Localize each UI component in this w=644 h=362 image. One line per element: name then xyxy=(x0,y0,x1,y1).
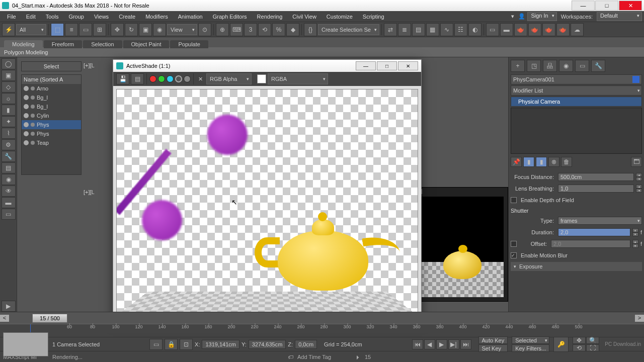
ribbon-tab-freeform[interactable]: Freeform xyxy=(44,40,83,48)
remove-modifier-icon[interactable]: ⊗ xyxy=(548,157,559,167)
motion-icon[interactable]: ◉ xyxy=(2,174,16,185)
menu-customize[interactable]: Customize xyxy=(321,13,358,21)
lens-breathing-input[interactable]: 1,0 xyxy=(558,185,634,193)
ribbon-tab-modeling[interactable]: Modeling xyxy=(4,40,43,48)
freeze-icon[interactable] xyxy=(31,105,35,109)
motion-blur-checkbox[interactable] xyxy=(511,252,517,258)
goto-start-icon[interactable]: ⏮ xyxy=(412,339,423,349)
select-region-rect-button[interactable]: ▭ xyxy=(79,23,92,36)
rw-red-channel[interactable] xyxy=(149,75,156,82)
visibility-icon[interactable] xyxy=(24,86,29,91)
duration-spin-down[interactable]: ▾ xyxy=(632,232,638,236)
rotate-button[interactable]: ↻ xyxy=(125,23,138,36)
cp-motion-tab[interactable]: ◉ xyxy=(559,60,573,72)
exposure-rollout[interactable]: Exposure xyxy=(511,262,642,271)
rw-swatch[interactable] xyxy=(257,74,266,83)
lens-spin-down[interactable]: ▾ xyxy=(636,189,642,193)
curve-editor-button[interactable]: ∿ xyxy=(440,23,453,36)
make-unique-icon[interactable]: ▮ xyxy=(536,157,547,167)
focus-dist-spin-down[interactable]: ▾ xyxy=(636,177,642,181)
toggle-ribbon-button[interactable]: ▦ xyxy=(426,23,439,36)
lock-icon[interactable]: 🔒 xyxy=(165,339,178,350)
select-object-button[interactable]: ⬚ xyxy=(51,23,64,36)
freeze-icon[interactable] xyxy=(31,86,35,90)
lock-selection-icon[interactable]: ▭ xyxy=(149,339,163,350)
render-iterate-button[interactable]: 🫖 xyxy=(542,23,555,36)
viewport-label-tl[interactable]: [+][L xyxy=(84,62,95,68)
render-canvas[interactable]: ↖ xyxy=(116,89,418,316)
focus-dist-spin-up[interactable]: ▴ xyxy=(636,173,642,177)
modifier-stack-list[interactable] xyxy=(511,108,642,154)
systems-icon[interactable]: ⚙ xyxy=(2,139,16,150)
mirror-button[interactable]: ⇄ xyxy=(384,23,397,36)
coord-y-field[interactable]: 3274,635cm xyxy=(249,340,286,349)
activeshade-window[interactable]: ActiveShade (1:1) — □ ✕ 💾 ▤ ✕ RGB Alpha xyxy=(113,59,422,321)
spacewarps-icon[interactable]: ⌇ xyxy=(2,128,16,139)
prev-frame-icon[interactable]: ◀ xyxy=(424,339,435,349)
scene-item[interactable]: Bg_l xyxy=(22,93,81,102)
nav-max-icon[interactable]: ⛶ xyxy=(586,344,599,351)
utility-icon[interactable]: 🔧 xyxy=(2,151,16,162)
rw-alpha-channel[interactable] xyxy=(175,75,182,82)
scene-header[interactable]: Name (Sorted A xyxy=(22,75,81,84)
minimize-button[interactable]: — xyxy=(572,1,595,11)
create-tab-icon[interactable]: ◯ xyxy=(2,58,16,69)
menu-edit[interactable]: Edit xyxy=(21,13,41,21)
scene-item[interactable]: Teap xyxy=(22,138,81,147)
close-button[interactable]: ✕ xyxy=(619,1,642,11)
ribbon-tab-populate[interactable]: Populate xyxy=(170,40,208,48)
freeze-icon[interactable] xyxy=(31,123,35,127)
scale-button[interactable]: ▣ xyxy=(139,23,152,36)
maxscript-icon[interactable]: ⚡ xyxy=(2,23,15,36)
menu-rendering[interactable]: Rendering xyxy=(252,13,288,21)
modifier-stack-item[interactable]: Physical Camera xyxy=(511,97,642,107)
cp-create-tab[interactable]: + xyxy=(511,60,525,72)
menu-animation[interactable]: Animation xyxy=(173,13,208,21)
coord-x-field[interactable]: 1319,141cm xyxy=(202,340,239,349)
object-name-field[interactable]: PhysCamera001 xyxy=(511,74,642,84)
coord-z-field[interactable]: 0,0cm xyxy=(295,340,317,349)
workspace-dropdown[interactable]: Default xyxy=(597,12,642,21)
display-icon[interactable]: 👁 xyxy=(2,186,16,197)
edit-selection-set-button[interactable]: {} xyxy=(304,23,317,36)
render-button[interactable]: 🫖 xyxy=(514,23,527,36)
manipulate-button[interactable]: ⊕ xyxy=(216,23,229,36)
play-icon[interactable]: ▶ xyxy=(436,339,447,349)
next-frame-icon[interactable]: ▶| xyxy=(448,339,459,349)
focus-distance-input[interactable]: 500,0cm xyxy=(558,173,634,181)
named-selection-dropdown[interactable]: Create Selection Se xyxy=(318,24,379,35)
expand-icon[interactable]: ▶ xyxy=(2,301,16,312)
utilities-icon[interactable]: ▬ xyxy=(2,197,16,208)
scene-explorer[interactable]: Name (Sorted A ArnoBg_lBg_lCylinPhysPhys… xyxy=(21,74,82,175)
menu-modifiers[interactable]: Modifiers xyxy=(140,13,173,21)
rw-blue-channel[interactable] xyxy=(167,75,174,82)
freeze-icon[interactable] xyxy=(31,141,35,145)
misc-icon[interactable]: ▭ xyxy=(2,209,16,220)
viewport-label-bl[interactable]: [+][L xyxy=(84,189,95,195)
percent-snap-button[interactable]: % xyxy=(272,23,285,36)
time-ruler[interactable]: 6080100120140160180200220240260280300320… xyxy=(0,324,644,333)
render-setup-button[interactable]: ▭ xyxy=(486,23,499,36)
cp-display-tab[interactable]: ▭ xyxy=(575,60,589,72)
key-mode-dropdown[interactable]: Selected xyxy=(512,336,549,344)
goto-end-icon[interactable]: ⏭ xyxy=(460,339,471,349)
enable-dof-checkbox[interactable] xyxy=(511,197,517,203)
help-icon[interactable]: ▾ xyxy=(509,13,516,20)
render-prod-button[interactable]: 🫖 xyxy=(528,23,541,36)
pin-stack-icon[interactable]: 📌 xyxy=(511,157,522,167)
render-frame-button[interactable]: ▬ xyxy=(500,23,513,36)
signin-dropdown[interactable]: Sign In xyxy=(527,12,556,21)
freeze-icon[interactable] xyxy=(31,132,35,136)
select-region-window-button[interactable]: ⊞ xyxy=(93,23,106,36)
rw-copy-icon[interactable]: ▤ xyxy=(131,73,144,84)
nav-orbit-icon[interactable]: ⟲ xyxy=(573,344,586,351)
rw-channel-dropdown[interactable]: RGBA xyxy=(268,73,328,84)
key-big-icon[interactable]: 🔑 xyxy=(553,337,569,352)
offset-spin-up[interactable]: ▴ xyxy=(632,240,638,244)
move-button[interactable]: ✥ xyxy=(111,23,124,36)
shutter-type-dropdown[interactable]: frames xyxy=(558,217,642,225)
placement-button[interactable]: ◉ xyxy=(153,23,166,36)
rw-clear-icon[interactable]: ✕ xyxy=(196,76,205,82)
rw-maximize-button[interactable]: □ xyxy=(377,61,397,70)
scene-item[interactable]: Arno xyxy=(22,84,81,93)
